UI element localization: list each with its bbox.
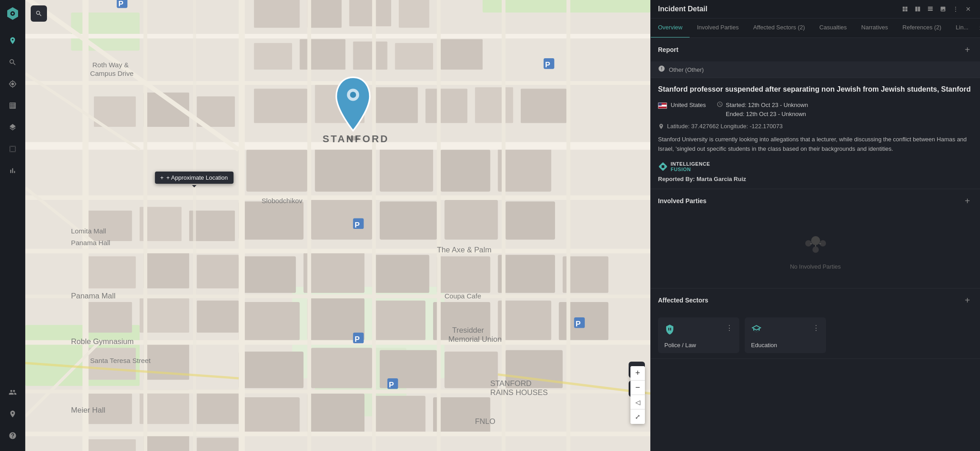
panel-icon-split[interactable] <box>913 5 922 14</box>
tab-involved-parties[interactable]: Involved Parties <box>690 19 746 38</box>
svg-rect-39 <box>380 201 437 239</box>
sidebar-item-grid[interactable] <box>4 140 22 158</box>
map-pan-left-button[interactable]: ◁ <box>630 395 645 409</box>
report-type-label: Other (Other) <box>669 66 704 73</box>
panel-title: Incident Detail <box>658 5 707 13</box>
svg-rect-66 <box>311 348 372 388</box>
svg-rect-94 <box>239 0 245 451</box>
sector-label-education: Education <box>751 342 820 349</box>
svg-text:Roth Way &: Roth Way & <box>93 61 129 69</box>
svg-rect-14 <box>254 0 299 28</box>
svg-rect-17 <box>399 0 429 28</box>
reported-by-name: Marta Garcia Ruiz <box>696 176 746 182</box>
zoom-out-button[interactable]: − <box>630 381 645 395</box>
location-tooltip: + + Approximate Location <box>155 172 233 184</box>
country-label: United States <box>671 101 706 110</box>
tab-links[interactable]: Lin... <box>948 19 975 38</box>
report-section-header[interactable]: Report + <box>651 38 980 61</box>
svg-text:Lomita Mall: Lomita Mall <box>71 227 106 235</box>
svg-rect-22 <box>441 39 483 70</box>
svg-rect-61 <box>498 301 551 340</box>
svg-point-153 <box>812 246 819 253</box>
app-logo[interactable] <box>5 5 21 22</box>
involved-parties-add-button[interactable]: + <box>962 195 973 206</box>
svg-point-147 <box>347 136 359 140</box>
report-add-button[interactable]: + <box>962 44 973 55</box>
panel-icon-grid[interactable] <box>901 5 910 14</box>
svg-rect-51 <box>437 256 490 293</box>
affected-sectors-header[interactable]: Affected Sectors + <box>651 288 980 312</box>
sectors-grid: ⋮ Police / Law ⋮ Education <box>651 312 980 358</box>
sidebar-item-analytics[interactable] <box>4 162 22 180</box>
incident-detail-panel: Incident Detail ⋮ ✕ Overview Involved Pa… <box>650 0 980 451</box>
source-logo-icon <box>658 162 668 172</box>
svg-rect-40 <box>444 200 498 240</box>
svg-rect-79 <box>197 438 239 451</box>
sidebar-item-table[interactable] <box>4 97 22 115</box>
svg-rect-41 <box>505 201 555 239</box>
tab-overview[interactable]: Overview <box>651 19 690 38</box>
svg-rect-59 <box>372 301 425 340</box>
svg-text:Slobodchikov: Slobodchikov <box>261 197 303 205</box>
svg-rect-73 <box>239 397 300 434</box>
map-container[interactable]: Cafe Cool Roth Way & Campus Drive Alumni… <box>25 0 650 451</box>
svg-rect-15 <box>307 0 341 28</box>
report-section: Report + Other (Other) Stanford professo… <box>651 38 980 189</box>
svg-rect-60 <box>433 302 490 340</box>
panel-icon-more[interactable]: ⋮ <box>951 5 960 14</box>
svg-rect-76 <box>433 397 490 434</box>
svg-text:RAINS HOUSES: RAINS HOUSES <box>490 388 548 397</box>
time-started: Started: 12th Oct 23 - Unknown <box>726 101 808 110</box>
sidebar-item-pin[interactable] <box>4 405 22 423</box>
report-meta: United States Started: 12th Oct 23 - Unk… <box>658 101 973 118</box>
svg-rect-20 <box>353 42 387 70</box>
svg-rect-34 <box>380 148 433 191</box>
panel-close-button[interactable]: ✕ <box>964 5 973 14</box>
sector-menu-police[interactable]: ⋮ <box>726 324 733 332</box>
sidebar-item-help[interactable] <box>4 427 22 445</box>
svg-rect-100 <box>193 0 196 451</box>
affected-sectors-add-button[interactable]: + <box>962 295 973 306</box>
sidebar-item-people[interactable] <box>4 383 22 401</box>
sidebar-item-location[interactable] <box>4 75 22 93</box>
report-section-title: Report <box>658 46 678 53</box>
svg-rect-35 <box>441 150 490 192</box>
sidebar-item-map[interactable] <box>4 32 22 50</box>
tab-affected-sectors[interactable]: Affected Sectors (2) <box>746 19 812 38</box>
involved-parties-section: Involved Parties + No Involved Parties <box>651 189 980 288</box>
svg-rect-50 <box>372 255 429 293</box>
source-line2: FUSION <box>671 167 710 172</box>
affected-sectors-section: Affected Sectors + ⋮ Police / Law <box>651 288 980 359</box>
sector-menu-education[interactable]: ⋮ <box>812 324 820 332</box>
sidebar-item-layers[interactable] <box>4 118 22 136</box>
map-controls-top <box>31 5 47 22</box>
panel-icon-columns[interactable] <box>926 5 935 14</box>
country-flag-icon <box>658 101 668 108</box>
source-line1: INTELLIGENCE <box>671 161 710 167</box>
involved-parties-header[interactable]: Involved Parties + <box>651 189 980 213</box>
svg-rect-37 <box>239 201 303 239</box>
svg-rect-7 <box>71 13 140 51</box>
map-fullscreen-button[interactable]: ⤢ <box>630 409 645 424</box>
svg-text:Coupa Cafe: Coupa Cafe <box>444 292 481 300</box>
svg-rect-97 <box>437 0 440 451</box>
tab-references[interactable]: References (2) <box>895 19 948 38</box>
report-description: Stanford University is currently looking… <box>658 135 973 154</box>
svg-text:Tresidder: Tresidder <box>452 326 484 335</box>
svg-rect-72 <box>197 392 239 424</box>
sidebar-item-search[interactable] <box>4 53 22 71</box>
tab-narratives[interactable]: Narratives <box>854 19 895 38</box>
svg-rect-32 <box>246 150 307 192</box>
tabs-next-chevron[interactable]: › <box>975 19 980 37</box>
tab-casualties[interactable]: Casualties <box>812 19 854 38</box>
svg-text:Panama Mall: Panama Mall <box>71 292 115 300</box>
panel-icon-image[interactable] <box>938 5 947 14</box>
zoom-in-button[interactable]: + <box>630 366 645 381</box>
panel-header: Incident Detail ⋮ ✕ <box>651 0 980 19</box>
report-type-icon <box>658 65 665 74</box>
coords-text: Latitude: 37.427662 Longitude: -122.1700… <box>667 123 783 130</box>
svg-rect-33 <box>315 146 372 191</box>
svg-text:P: P <box>545 60 550 69</box>
map-search-button[interactable] <box>31 5 47 22</box>
svg-text:Meier Hall: Meier Hall <box>71 406 105 414</box>
